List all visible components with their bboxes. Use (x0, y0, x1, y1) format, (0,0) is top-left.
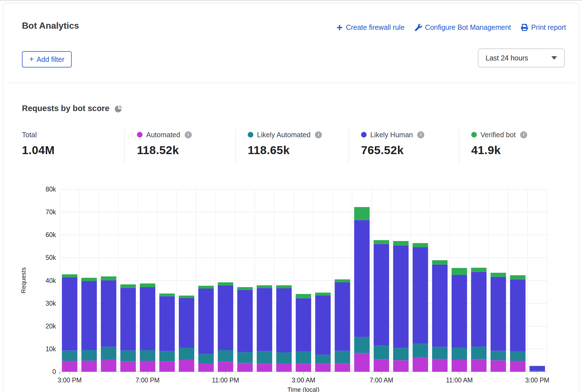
printer-icon (521, 24, 528, 31)
plus-icon: + (29, 55, 34, 63)
svg-text:60k: 60k (46, 231, 56, 238)
stat-divider (459, 130, 459, 164)
header-divider (6, 83, 576, 83)
svg-text:3:00 AM: 3:00 AM (292, 377, 315, 384)
info-icon[interactable]: i (185, 131, 192, 138)
info-icon[interactable]: i (315, 131, 322, 138)
stat-value: 118.65k (248, 144, 322, 157)
stat-total: Total 1.04M (22, 130, 55, 157)
stat-label: Automated (146, 131, 180, 139)
pie-chart-icon (114, 105, 123, 113)
stat-verified-bot: Verified bot i 41.9k (471, 130, 527, 157)
info-icon[interactable]: i (417, 131, 424, 138)
bot-analytics-card: Bot Analytics Create firewall rule Confi… (3, 3, 579, 392)
verified-bot-legend-dot (471, 132, 477, 138)
section-title-text: Requests by bot score (22, 104, 109, 113)
stat-likely-automated: Likely Automated i 118.65k (248, 130, 322, 157)
print-report-link[interactable]: Print report (521, 23, 566, 31)
time-range-value: Last 24 hours (486, 54, 528, 62)
stat-label: Likely Automated (257, 131, 310, 139)
stat-label: Likely Human (370, 131, 413, 139)
svg-text:50k: 50k (46, 254, 56, 261)
svg-text:Requests: Requests (20, 267, 27, 294)
stat-label: Verified bot (481, 131, 516, 139)
svg-text:70k: 70k (46, 208, 56, 216)
stat-divider (125, 130, 125, 164)
svg-text:3:00 PM: 3:00 PM (525, 377, 549, 384)
add-filter-label: Add filter (37, 55, 64, 64)
likely-automated-legend-dot (248, 132, 253, 138)
likely-human-legend-dot (361, 132, 367, 138)
svg-text:30k: 30k (46, 300, 56, 307)
configure-bot-management-label: Configure Bot Management (425, 23, 511, 31)
page-title: Bot Analytics (22, 21, 79, 31)
stats-row: Total 1.04M Automated i 118.52k Likely A… (3, 128, 579, 168)
add-filter-button[interactable]: + Add filter (22, 51, 72, 67)
stat-label: Total (22, 131, 37, 139)
page-top-divider (0, 0, 582, 1)
stat-value: 41.9k (471, 144, 527, 157)
stat-value: 765.52k (361, 144, 424, 157)
stat-automated: Automated i 118.52k (137, 130, 192, 157)
stat-divider (235, 130, 236, 164)
svg-text:11:00 AM: 11:00 AM (446, 377, 473, 384)
header-actions: Create firewall rule Configure Bot Manag… (337, 23, 566, 31)
svg-text:11:00 PM: 11:00 PM (212, 377, 239, 384)
section-title: Requests by bot score (22, 104, 123, 113)
wrench-icon (415, 24, 422, 31)
stat-likely-human: Likely Human i 765.52k (361, 130, 424, 157)
svg-text:20k: 20k (46, 323, 56, 330)
info-icon[interactable]: i (520, 131, 527, 138)
stat-divider (349, 130, 349, 164)
configure-bot-management-link[interactable]: Configure Bot Management (415, 23, 511, 31)
time-range-dropdown[interactable]: Last 24 hours (478, 49, 565, 67)
plus-icon (337, 24, 343, 31)
svg-text:3:00 PM: 3:00 PM (58, 377, 82, 384)
svg-text:80k: 80k (46, 186, 56, 193)
svg-text:40k: 40k (46, 277, 56, 284)
stat-value: 1.04M (22, 144, 55, 157)
svg-text:10k: 10k (46, 345, 56, 353)
automated-legend-dot (137, 132, 143, 138)
chevron-down-icon (551, 56, 557, 60)
svg-text:7:00 PM: 7:00 PM (136, 377, 160, 384)
stat-value: 118.52k (137, 144, 192, 157)
svg-text:0: 0 (52, 368, 56, 375)
create-firewall-rule-link[interactable]: Create firewall rule (337, 23, 404, 31)
svg-text:7:00 AM: 7:00 AM (369, 377, 393, 384)
create-firewall-rule-label: Create firewall rule (346, 23, 404, 31)
print-report-label: Print report (531, 23, 566, 31)
svg-text:Time (local): Time (local) (287, 386, 319, 392)
bot-score-chart[interactable]: 010k20k30k40k50k60k70k80k3:00 PM7:00 PM1… (3, 177, 582, 392)
